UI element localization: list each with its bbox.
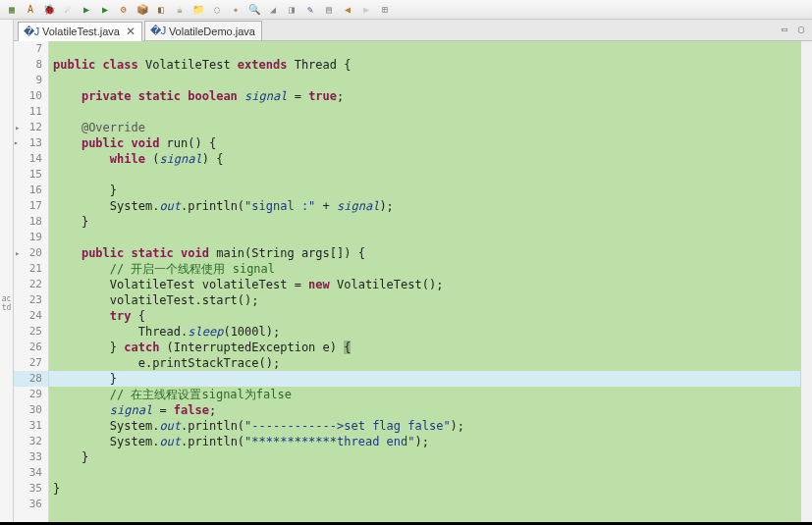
- code-line[interactable]: public static void main(String args[]) {: [49, 245, 800, 261]
- java-file-icon: �J: [151, 25, 165, 38]
- line-number: 27: [14, 355, 48, 371]
- code-line[interactable]: // 开启一个线程使用 signal: [49, 261, 800, 277]
- line-number: 14: [14, 151, 48, 167]
- code-line[interactable]: }: [49, 481, 800, 497]
- code-line[interactable]: Thread.sleep(1000l);: [49, 324, 800, 340]
- class-icon[interactable]: ◌: [209, 2, 225, 18]
- type-icon[interactable]: ⊞: [377, 2, 393, 18]
- torch-icon[interactable]: ☄: [60, 2, 76, 18]
- code-line[interactable]: [49, 104, 800, 120]
- strip-label-2: td: [2, 303, 12, 312]
- code-line[interactable]: try {: [49, 308, 800, 324]
- close-icon[interactable]: ✕: [126, 25, 135, 38]
- tab-bar-controls: ▭ ▢: [778, 22, 808, 35]
- code-editor[interactable]: 7891011121314151617181920212223242526272…: [14, 41, 812, 522]
- filter-icon[interactable]: ▤: [321, 2, 337, 18]
- code-line[interactable]: volatileTest.start();: [49, 292, 800, 308]
- line-number: 35: [14, 481, 48, 497]
- line-number: 24: [14, 308, 48, 324]
- code-line[interactable]: public class VolatileTest extends Thread…: [49, 57, 800, 73]
- line-number: 31: [14, 418, 48, 434]
- left-sidebar-strip: ac td: [0, 20, 14, 522]
- editor-container: �J VolatileTest.java ✕ �J VolatileDemo.j…: [14, 20, 812, 522]
- code-line[interactable]: VolatileTest volatileTest = new Volatile…: [49, 277, 800, 292]
- proj-icon[interactable]: 📁: [190, 2, 206, 18]
- line-number: 33: [14, 449, 48, 465]
- code-line[interactable]: } catch (InterruptedException e) {: [49, 340, 800, 355]
- run-icon[interactable]: ▶: [79, 2, 94, 18]
- back-icon[interactable]: ◀: [340, 2, 355, 18]
- code-line[interactable]: }: [49, 371, 800, 387]
- tab-label: VolatileTest.java: [42, 26, 120, 37]
- brush-icon[interactable]: ✎: [302, 2, 318, 18]
- line-number: 32: [14, 434, 48, 449]
- code-line[interactable]: }: [49, 214, 800, 230]
- code-line[interactable]: [49, 167, 800, 183]
- code-line[interactable]: [49, 73, 800, 88]
- code-line[interactable]: System.out.println("------------>set fla…: [49, 418, 800, 434]
- search-icon[interactable]: 🔍: [246, 2, 262, 18]
- strip-label-1: ac: [2, 294, 12, 303]
- package-icon[interactable]: 📦: [135, 2, 150, 18]
- line-number: 21: [14, 261, 48, 277]
- fwd-icon[interactable]: ▶: [358, 2, 374, 18]
- gear-icon[interactable]: ⚙: [116, 2, 132, 18]
- code-line[interactable]: @Override: [49, 120, 800, 135]
- line-number: 28: [14, 371, 48, 387]
- line-number: 13: [14, 135, 48, 151]
- line-number: 26: [14, 340, 48, 355]
- code-line[interactable]: [49, 497, 800, 512]
- line-number: 17: [14, 198, 48, 214]
- code-area[interactable]: public class VolatileTest extends Thread…: [49, 41, 800, 522]
- main-area: ac td �J VolatileTest.java ✕ �J Volatile…: [0, 20, 812, 522]
- code-line[interactable]: System.out.println("************thread e…: [49, 434, 800, 449]
- line-number: 10: [14, 88, 48, 104]
- build-icon[interactable]: ◧: [153, 2, 169, 18]
- line-number: 16: [14, 183, 48, 198]
- tab-volatile-demo[interactable]: �J VolatileDemo.java: [144, 21, 262, 40]
- bug-icon[interactable]: 🐞: [41, 2, 57, 18]
- overview-ruler[interactable]: [800, 41, 812, 522]
- code-line[interactable]: [49, 465, 800, 481]
- tab-label: VolatileDemo.java: [169, 26, 255, 37]
- code-line[interactable]: signal = false;: [49, 402, 800, 418]
- line-number: 7: [14, 41, 48, 57]
- line-number-gutter: 7891011121314151617181920212223242526272…: [14, 41, 49, 522]
- toolbar: ▦ A 🐞 ☄ ▶ ▶ ⚙ 📦 ◧ ☕ 📁 ◌ ✦ 🔍 ◢ ◨ ✎ ▤ ◀ ▶ …: [0, 0, 812, 20]
- line-number: 8: [14, 57, 48, 73]
- line-number: 30: [14, 402, 48, 418]
- line-number: 29: [14, 387, 48, 402]
- code-line[interactable]: e.printStackTrace();: [49, 355, 800, 371]
- code-line[interactable]: [49, 230, 800, 245]
- code-line[interactable]: }: [49, 449, 800, 465]
- line-number: 15: [14, 167, 48, 183]
- line-number: 12: [14, 120, 48, 135]
- java-file-icon: �J: [25, 25, 38, 38]
- line-number: 20: [14, 245, 48, 261]
- line-number: 19: [14, 230, 48, 245]
- tab-volatile-test[interactable]: �J VolatileTest.java ✕: [18, 22, 142, 41]
- line-number: 25: [14, 324, 48, 340]
- code-line[interactable]: public void run() {: [49, 135, 800, 151]
- code-line[interactable]: // 在主线程设置signal为false: [49, 387, 800, 402]
- nav-icon[interactable]: ◨: [284, 2, 299, 18]
- tab-bar: �J VolatileTest.java ✕ �J VolatileDemo.j…: [14, 20, 812, 41]
- line-number: 9: [14, 73, 48, 88]
- tag-icon[interactable]: ◢: [265, 2, 281, 18]
- line-number: 34: [14, 465, 48, 481]
- code-line[interactable]: }: [49, 183, 800, 198]
- line-number: 23: [14, 292, 48, 308]
- code-line[interactable]: System.out.println("signal :" + signal);: [49, 198, 800, 214]
- code-line[interactable]: while (signal) {: [49, 151, 800, 167]
- db-icon[interactable]: ▦: [4, 2, 20, 18]
- maximize-icon[interactable]: ▢: [794, 22, 808, 35]
- minimize-icon[interactable]: ▭: [778, 22, 791, 35]
- cup-icon[interactable]: ☕: [172, 2, 188, 18]
- code-line[interactable]: [49, 41, 800, 57]
- line-number: 22: [14, 277, 48, 292]
- a-icon[interactable]: A: [23, 2, 38, 18]
- code-line[interactable]: private static boolean signal = true;: [49, 88, 800, 104]
- run-ext-icon[interactable]: ▶: [97, 2, 113, 18]
- sparkle-icon[interactable]: ✦: [228, 2, 244, 18]
- line-number: 11: [14, 104, 48, 120]
